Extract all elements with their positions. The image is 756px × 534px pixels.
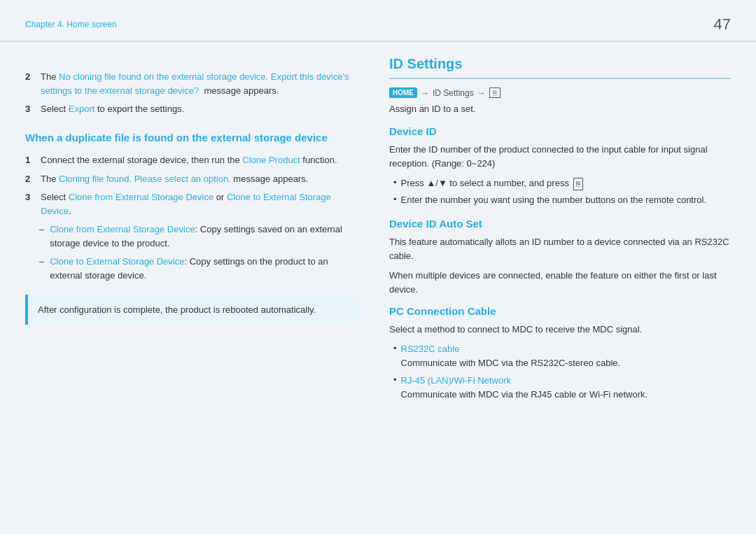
rj45-link: RJ-45 (LAN)/Wi-Fi Network — [401, 375, 511, 386]
sub-bullet-text-2: Clone to External Storage Device: Copy s… — [50, 255, 361, 283]
rs232c-desc: Communicate with MDC via the RS232C-ster… — [401, 358, 621, 368]
page-container: 47 Chapter 4. Home screen 2 The No cloni… — [0, 0, 756, 534]
device-id-description: Enter the ID number of the product conne… — [389, 143, 731, 171]
breadcrumb-arrow-2: → — [477, 88, 486, 98]
step-text-2: The No cloning file found on the externa… — [41, 70, 361, 98]
pc-connection-description: Select a method to connect to MDC to rec… — [389, 323, 731, 337]
sub-bullet-clone-to: – Clone to External Storage Device: Copy… — [25, 255, 361, 283]
sub-bullet-dash-2: – — [39, 255, 44, 283]
right-column: ID Settings HOME → ID Settings → ⎘ Assig… — [389, 49, 731, 520]
step-item-3-intro: 3 Select Export to export the settings. — [25, 102, 361, 116]
left-column: 2 The No cloning file found on the exter… — [25, 49, 361, 520]
pc-connection-section: PC Connection Cable Select a method to c… — [389, 305, 731, 402]
step-number-3-intro: 3 — [25, 102, 35, 116]
breadcrumb-id-settings: ID Settings — [433, 88, 474, 98]
link-export: Export — [69, 104, 95, 114]
step-text-3-intro: Select Export to export the settings. — [41, 102, 184, 116]
device-id-title: Device ID — [389, 125, 731, 137]
bullet-dot-2: • — [393, 194, 397, 207]
link-clone-to-sub: Clone to External Storage Device — [50, 256, 184, 267]
pc-bullet-dot-1: • — [393, 343, 397, 370]
step-text-2b: The Cloning file found. Please select an… — [41, 172, 308, 186]
pc-bullet-rj45: • RJ-45 (LAN)/Wi-Fi Network Communicate … — [389, 374, 731, 402]
step-text-1: Connect the external storage device, the… — [41, 153, 337, 167]
link-clone-from-sub: Clone from External Storage Device — [50, 224, 195, 234]
step-item-3b: 3 Select Clone from External Storage Dev… — [25, 190, 361, 218]
step-text-3b: Select Clone from External Storage Devic… — [41, 190, 361, 218]
sub-bullet-clone-from: – Clone from External Storage Device: Co… — [25, 223, 361, 251]
link-no-cloning: No cloning file found on the external st… — [41, 71, 349, 96]
step-number-3b: 3 — [25, 190, 35, 218]
breadcrumb-icon: ⎘ — [489, 87, 500, 98]
pc-connection-title: PC Connection Cable — [389, 305, 731, 317]
step-number-1: 1 — [25, 153, 35, 167]
page-number: 47 — [714, 15, 731, 34]
device-id-auto-set-section: Device ID Auto Set This feature automati… — [389, 218, 731, 297]
pc-bullet-rs232c: • RS232C cable Communicate with MDC via … — [389, 342, 731, 370]
content-area: 2 The No cloning file found on the exter… — [25, 49, 731, 520]
device-id-auto-set-desc2: When multiple devices are connected, ena… — [389, 269, 731, 297]
bullet-dot-1: • — [393, 177, 397, 190]
sub-bullet-text-1: Clone from External Storage Device: Copy… — [50, 223, 361, 251]
step-number-2b: 2 — [25, 172, 35, 186]
device-id-bullet-text-2: Enter the number you want using the numb… — [401, 193, 706, 207]
note-box: After configuration is complete, the pro… — [25, 295, 361, 325]
link-clone-from: Clone from External Storage Device — [69, 192, 214, 202]
device-id-bullet-1: • Press ▲/▼ to select a number, and pres… — [389, 176, 731, 190]
step-item-2: 2 The No cloning file found on the exter… — [25, 70, 361, 98]
breadcrumb-row: HOME → ID Settings → ⎘ — [389, 87, 731, 98]
device-id-auto-set-desc1: This feature automatically allots an ID … — [389, 235, 731, 263]
device-id-bullet-2: • Enter the number you want using the nu… — [389, 193, 731, 207]
pc-bullet-text-2: RJ-45 (LAN)/Wi-Fi Network Communicate wi… — [401, 374, 648, 402]
sub-bullet-dash-1: – — [39, 223, 44, 251]
link-cloning-file: Cloning file found. Please select an opt… — [59, 174, 231, 184]
rs232c-link: RS232C cable — [401, 344, 460, 354]
assign-text: Assign an ID to a set. — [389, 104, 731, 114]
id-settings-title: ID Settings — [389, 56, 731, 72]
pc-bullet-dot-2: • — [393, 374, 397, 402]
step-item-1: 1 Connect the external storage device, t… — [25, 153, 361, 167]
chapter-label: Chapter 4. Home screen — [25, 20, 117, 29]
section-heading-duplicate: When a duplicate file is found on the ex… — [25, 130, 361, 145]
note-text: After configuration is complete, the pro… — [38, 304, 316, 315]
step-number-2: 2 — [25, 70, 35, 98]
link-clone-product: Clone Product — [242, 155, 300, 165]
step-item-2b: 2 The Cloning file found. Please select … — [25, 172, 361, 186]
enter-icon: ⎘ — [573, 178, 583, 190]
pc-bullet-text-1: RS232C cable Communicate with MDC via th… — [401, 342, 621, 370]
breadcrumb-home: HOME — [389, 87, 417, 98]
top-border — [0, 41, 756, 42]
device-id-auto-set-title: Device ID Auto Set — [389, 218, 731, 230]
section-divider — [389, 78, 731, 79]
rj45-desc: Communicate with MDC via the RJ45 cable … — [401, 389, 648, 400]
device-id-bullet-text-1: Press ▲/▼ to select a number, and press … — [401, 176, 583, 190]
breadcrumb-arrow-1: → — [421, 88, 429, 98]
